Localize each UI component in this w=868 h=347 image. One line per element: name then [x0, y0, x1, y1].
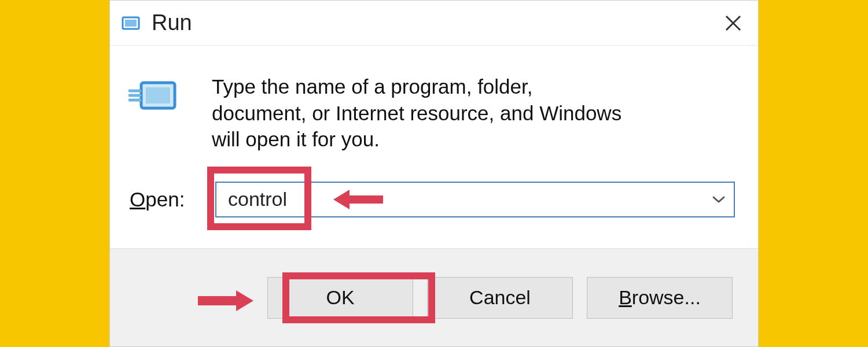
ok-button-label: OK	[326, 286, 354, 309]
open-row: Open:	[125, 182, 735, 217]
dialog-body: Type the name of a program, folder, docu…	[110, 46, 758, 248]
button-row: OK Cancel Browse...	[110, 248, 758, 346]
browse-button[interactable]: Browse...	[587, 277, 733, 319]
titlebar: Run	[110, 1, 758, 46]
open-label: Open:	[130, 188, 193, 211]
browse-button-label: Browse...	[619, 286, 701, 309]
cancel-button[interactable]: Cancel	[427, 277, 573, 319]
svg-rect-5	[146, 87, 170, 104]
open-combobox[interactable]	[215, 182, 735, 217]
open-input[interactable]	[215, 182, 735, 217]
svg-rect-1	[125, 20, 137, 27]
svg-marker-7	[198, 290, 253, 311]
description-text: Type the name of a program, folder, docu…	[212, 73, 623, 153]
run-large-icon	[128, 77, 182, 116]
cancel-button-label: Cancel	[469, 286, 531, 309]
dialog-title: Run	[152, 10, 192, 35]
annotation-arrow-ok	[198, 288, 253, 313]
ok-button[interactable]: OK	[267, 277, 413, 319]
run-dialog: Run Type the name of a program, folder, …	[109, 0, 759, 347]
close-icon	[724, 14, 742, 32]
description-row: Type the name of a program, folder, docu…	[125, 73, 735, 153]
close-button[interactable]	[721, 11, 745, 35]
run-icon	[120, 15, 141, 31]
